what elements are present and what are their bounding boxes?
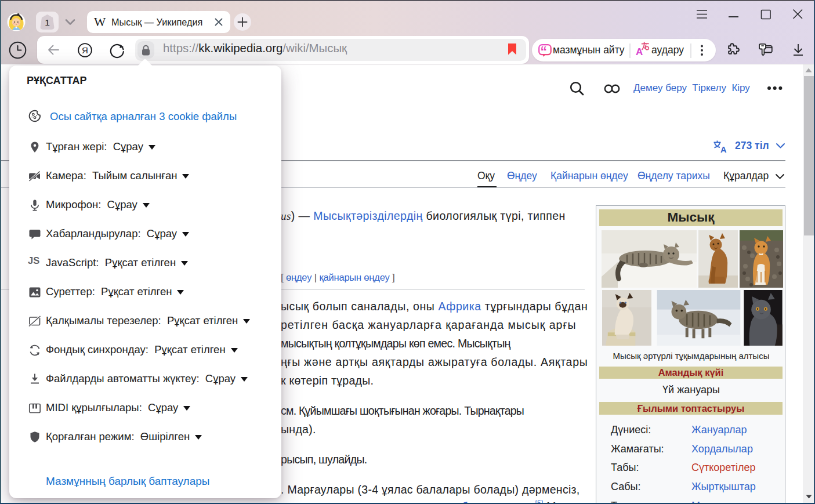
svg-text:A: A	[720, 145, 727, 153]
svg-text:“: “	[540, 44, 547, 57]
svg-text:Я: Я	[82, 45, 88, 55]
